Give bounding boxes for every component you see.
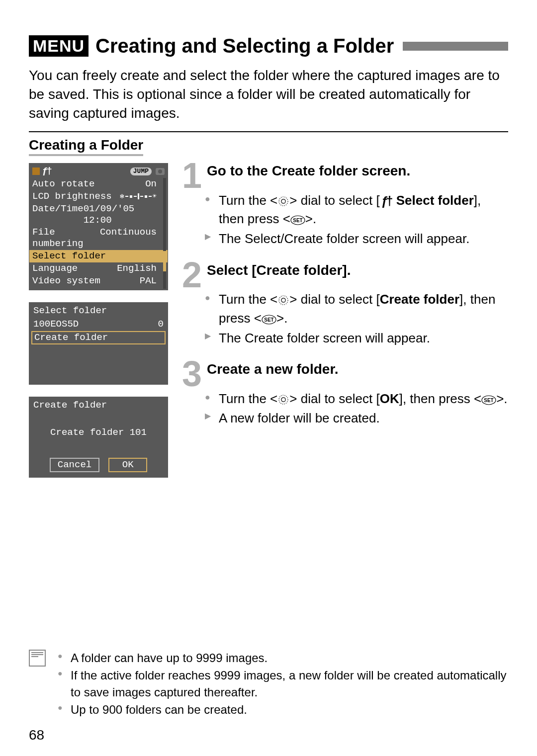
menu-label: Auto rotate [32, 178, 94, 190]
folder-name: 100EOS5D [33, 319, 79, 330]
step-number: 2 [182, 262, 204, 287]
set-button-icon [262, 315, 276, 325]
step-number: 1 [182, 163, 204, 188]
camera-screen-create-folder: Create folder Create folder 101 Cancel O… [29, 397, 168, 478]
menu-value: PAL [140, 275, 157, 287]
menu-value: On [145, 178, 157, 190]
folder-count: 0 [158, 319, 164, 330]
intro-text: You can freely create and select the fol… [29, 66, 508, 122]
set-button-icon [481, 395, 496, 405]
cancel-button: Cancel [50, 458, 99, 472]
page-title: Creating and Selecting a Folder [95, 35, 394, 57]
step: 2Select [Create folder].Turn the <> dial… [182, 262, 508, 347]
menu-row-language: Language English [32, 262, 164, 275]
dial-icon [277, 195, 289, 207]
step-title: Select [Create folder]. [207, 262, 351, 278]
step-result: A new folder will be created. [205, 409, 508, 428]
section-heading: Creating a Folder [29, 137, 143, 156]
camera-icon [156, 168, 165, 175]
page-title-row: MENU Creating and Selecting a Folder [29, 35, 508, 57]
step: 1Go to the Create folder screen.Turn the… [182, 163, 508, 248]
wrench-icon: ƒ† [42, 166, 51, 177]
menu-label: File numbering [32, 227, 100, 250]
menu-value: Continuous [100, 227, 157, 250]
menu-tab-icon [32, 168, 40, 175]
menu-badge: MENU [29, 35, 89, 57]
menu-row-file-numbering: File numbering Continuous [32, 226, 164, 250]
brightness-slider-icon: ✻☀ [120, 191, 157, 202]
note-item: If the active folder reaches 9999 images… [58, 667, 508, 700]
menu-row-video-system: Video system PAL [32, 275, 164, 287]
camera-screen-select-folder: Select folder 100EOS5D 0 Create folder [29, 302, 168, 384]
dial-icon [277, 394, 289, 406]
page-number: 68 [29, 727, 44, 743]
divider [29, 131, 508, 132]
create-folder-prompt: Create folder 101 [33, 417, 164, 458]
step: 3Create a new folder.Turn the <> dial to… [182, 361, 508, 428]
folder-entry: 100EOS5D 0 [29, 318, 168, 331]
step-instruction: Turn the <> dial to select [ƒ† Select fo… [205, 191, 508, 229]
camera-screen-setup-menu: ƒ† JUMP Auto rotate On LCD brightness [29, 163, 168, 290]
screen-title: Select folder [29, 303, 168, 318]
scrollbar [163, 178, 166, 289]
step-number: 3 [182, 361, 204, 386]
jump-badge: JUMP [130, 168, 152, 175]
title-bar-decoration [403, 42, 508, 51]
create-folder-entry: Create folder [31, 331, 166, 344]
step-instruction: Turn the <> dial to select [Create folde… [205, 290, 508, 328]
dial-icon [277, 294, 289, 306]
step-title: Go to the Create folder screen. [207, 163, 410, 179]
menu-label: Date/Time [32, 203, 84, 226]
set-button-icon [290, 215, 305, 225]
wrench-icon: ƒ† [381, 194, 391, 208]
step-instruction: Turn the <> dial to select [OK], then pr… [205, 390, 508, 409]
menu-row-lcd-brightness: LCD brightness ✻☀ [32, 190, 164, 203]
menu-value: English [117, 263, 157, 274]
menu-label: Select folder [32, 251, 106, 262]
menu-row-date-time: Date/Time 01/09/'05 12:00 [32, 203, 164, 227]
step-result: The Select/Create folder screen will app… [205, 230, 508, 249]
note-item: A folder can have up to 9999 images. [58, 650, 508, 667]
ok-button: OK [108, 458, 147, 472]
menu-row-select-folder: Select folder [29, 250, 168, 262]
menu-label: Language [32, 263, 78, 274]
note-icon [29, 650, 46, 667]
menu-row-auto-rotate: Auto rotate On [32, 178, 164, 190]
notes-box: A folder can have up to 9999 images.If t… [29, 650, 508, 719]
screen-title: Create folder [29, 397, 168, 412]
menu-label: Video system [32, 275, 100, 287]
create-folder-label: Create folder [34, 332, 108, 343]
menu-value: 01/09/'05 12:00 [84, 203, 157, 226]
step-result: The Create folder screen will appear. [205, 329, 508, 348]
step-title: Create a new folder. [207, 361, 339, 377]
note-item: Up to 900 folders can be created. [58, 701, 508, 718]
menu-label: LCD brightness [32, 191, 112, 202]
